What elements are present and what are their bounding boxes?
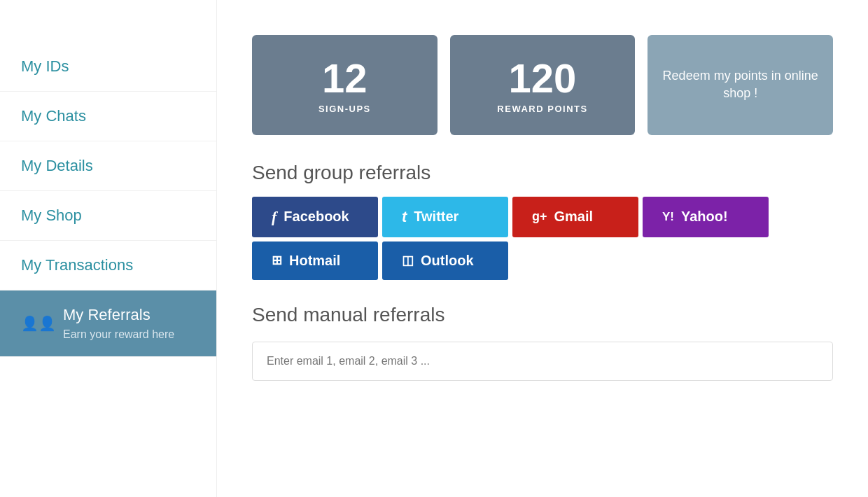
gmail-icon: g+: [532, 209, 547, 224]
social-buttons-row: f Facebook t Twitter g+ Gmail Y! Yahoo! …: [252, 197, 833, 280]
points-label: REWARD POINTS: [497, 104, 587, 114]
yahoo-button[interactable]: Y! Yahoo!: [643, 197, 769, 237]
hotmail-button[interactable]: ⊞ Hotmail: [252, 241, 378, 280]
facebook-icon: f: [272, 208, 276, 226]
gmail-button[interactable]: g+ Gmail: [512, 197, 638, 237]
manual-referral-input[interactable]: [252, 342, 833, 381]
yahoo-icon: Y!: [662, 210, 674, 224]
group-referrals-title: Send group referrals: [252, 162, 833, 184]
redeem-text: Redeem my points in online shop !: [662, 67, 819, 102]
hotmail-icon: ⊞: [272, 253, 282, 268]
outlook-button[interactable]: ◫ Outlook: [382, 241, 508, 280]
twitter-icon: t: [402, 208, 407, 226]
signups-value: 12: [322, 56, 368, 101]
sidebar-item-my-details[interactable]: My Details: [0, 141, 216, 191]
sidebar: My IDs My Chats My Details My Shop My Tr…: [0, 0, 217, 497]
referrals-icon: 👤👤: [21, 315, 56, 332]
manual-referrals-title: Send manual referrals: [252, 304, 833, 326]
main-content: 12 SIGN-UPS 120 REWARD POINTS Redeem my …: [217, 0, 868, 497]
signups-label: SIGN-UPS: [318, 104, 371, 114]
sidebar-item-my-ids[interactable]: My IDs: [0, 42, 216, 92]
stats-row: 12 SIGN-UPS 120 REWARD POINTS Redeem my …: [252, 35, 833, 135]
twitter-button[interactable]: t Twitter: [382, 197, 508, 237]
group-referrals-section: Send group referrals f Facebook t Twitte…: [252, 162, 833, 280]
facebook-button[interactable]: f Facebook: [252, 197, 378, 237]
points-card: 120 REWARD POINTS: [450, 35, 636, 135]
outlook-icon: ◫: [402, 253, 414, 268]
manual-referrals-section: Send manual referrals: [252, 304, 833, 381]
points-value: 120: [509, 56, 577, 101]
signups-card: 12 SIGN-UPS: [252, 35, 438, 135]
sidebar-item-my-referrals[interactable]: 👤👤 My Referrals Earn your reward here: [0, 290, 216, 357]
sidebar-item-my-chats[interactable]: My Chats: [0, 92, 216, 141]
sidebar-item-my-transactions[interactable]: My Transactions: [0, 241, 216, 290]
sidebar-item-my-shop[interactable]: My Shop: [0, 191, 216, 241]
redeem-card[interactable]: Redeem my points in online shop !: [648, 35, 833, 135]
